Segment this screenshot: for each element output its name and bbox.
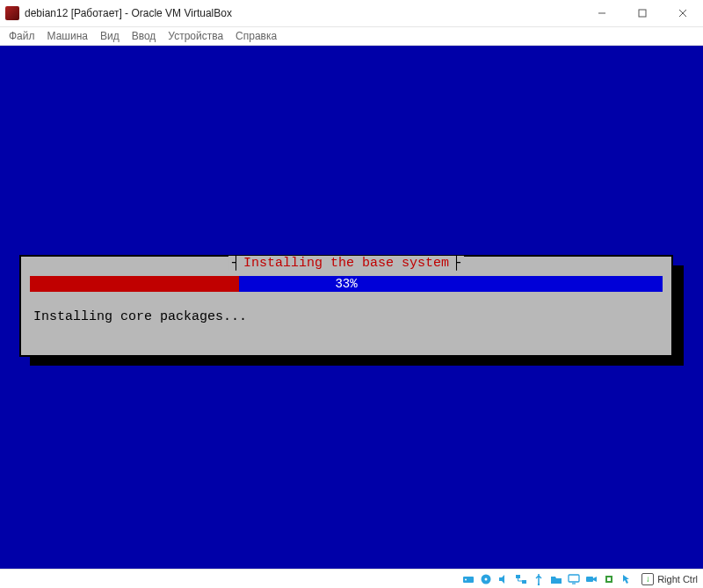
window-maximize-button[interactable] xyxy=(622,0,663,26)
virtualbox-app-icon xyxy=(5,6,19,20)
progress-bar: 33% xyxy=(30,276,663,292)
svg-rect-1 xyxy=(639,10,646,17)
menu-machine[interactable]: Машина xyxy=(47,26,88,46)
dialog-title-wrap: ┤ Installing the base system ├ xyxy=(228,256,464,271)
dialog-title: Installing the base system xyxy=(243,256,449,271)
guest-display[interactable]: ┤ Installing the base system ├ 33% Insta… xyxy=(0,46,703,569)
svg-rect-15 xyxy=(607,577,611,581)
vbox-statusbar: ↓ Right Ctrl xyxy=(0,569,703,588)
menubar: Файл Машина Вид Ввод Устройства Справка xyxy=(0,26,703,46)
cpu-icon[interactable] xyxy=(601,572,617,586)
svg-rect-4 xyxy=(463,577,474,583)
title-bracket-left: ┤ xyxy=(232,257,240,270)
usb-icon[interactable] xyxy=(531,572,547,586)
menu-help[interactable]: Справка xyxy=(236,26,277,46)
recording-icon[interactable] xyxy=(583,572,599,586)
svg-point-5 xyxy=(465,578,467,580)
mouse-integration-icon[interactable] xyxy=(619,572,634,586)
audio-icon[interactable] xyxy=(496,572,511,586)
menu-devices[interactable]: Устройства xyxy=(168,26,223,46)
menu-input[interactable]: Ввод xyxy=(132,26,156,46)
window-title: debian12 [Работает] - Oracle VM VirtualB… xyxy=(25,7,232,19)
host-key-indicator[interactable]: ↓ Right Ctrl xyxy=(641,573,698,585)
shared-folder-icon[interactable] xyxy=(548,572,564,586)
host-key-label: Right Ctrl xyxy=(657,574,698,584)
window-titlebar: debian12 [Работает] - Oracle VM VirtualB… xyxy=(0,0,703,26)
installer-status-text: Installing core packages... xyxy=(33,309,247,324)
svg-rect-8 xyxy=(516,575,520,578)
title-bracket-right: ├ xyxy=(453,257,460,270)
hard-disk-icon[interactable] xyxy=(460,572,476,586)
network-icon[interactable] xyxy=(513,572,529,586)
menu-file[interactable]: Файл xyxy=(9,26,35,46)
installer-dialog: ┤ Installing the base system ├ 33% Insta… xyxy=(19,255,673,357)
menu-view[interactable]: Вид xyxy=(100,26,120,46)
window-close-button[interactable] xyxy=(663,0,703,26)
svg-rect-13 xyxy=(586,577,593,582)
host-key-arrow-icon: ↓ xyxy=(641,573,654,585)
svg-rect-11 xyxy=(569,575,579,582)
optical-disc-icon[interactable] xyxy=(478,572,494,586)
progress-percent-label: 33% xyxy=(30,276,663,292)
display-icon[interactable] xyxy=(566,572,582,586)
svg-point-7 xyxy=(485,577,488,580)
window-minimize-button[interactable] xyxy=(582,0,622,26)
svg-point-10 xyxy=(538,583,540,584)
